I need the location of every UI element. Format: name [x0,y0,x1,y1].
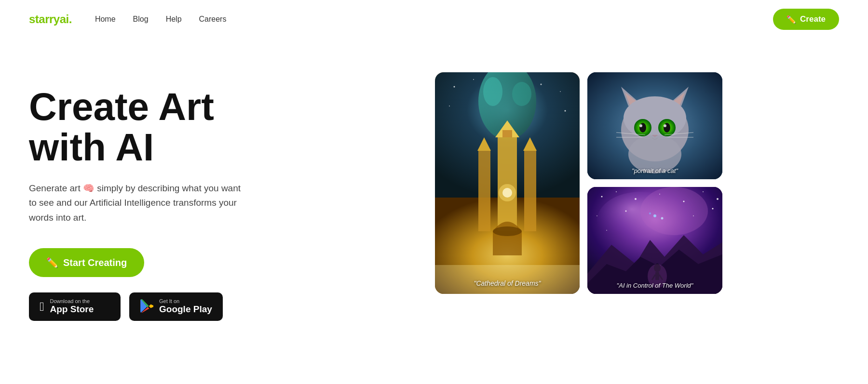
nav-item-help[interactable]: Help [166,15,182,24]
svg-point-33 [639,124,642,127]
nav-link-careers[interactable]: Careers [199,15,227,23]
image-stack: "portrait of a cat" [587,72,722,294]
create-pencil-icon: ✏️ [787,15,796,24]
svg-point-14 [502,188,512,198]
left-side: Create Art with AI Generate art 🧠 simply… [29,67,280,321]
apple-icon:  [40,299,44,314]
brain-emoji: 🧠 [83,183,95,193]
svg-point-56 [653,214,656,217]
google-play-button[interactable]: Get It on Google Play [129,292,223,321]
cat-label: "portrait of a cat" [587,167,722,174]
create-button-label: Create [800,14,826,24]
svg-rect-7 [502,130,512,137]
app-store-button[interactable]:  Download on the App Store [29,292,121,321]
svg-point-57 [649,212,651,214]
app-store-big-label: App Store [50,304,94,315]
google-play-text: Get It on Google Play [159,298,212,315]
svg-point-28 [624,96,686,140]
app-store-text: Download on the App Store [50,298,94,315]
svg-rect-5 [498,135,517,231]
start-creating-button[interactable]: ✏️ Start Creating [29,248,144,277]
cat-image: "portrait of a cat" [587,72,722,179]
logo-dot: . [69,13,72,26]
svg-point-34 [664,124,666,127]
galaxy-bg [587,187,722,294]
app-store-small-label: Download on the [50,298,90,304]
logo-text: starryai [29,13,69,26]
svg-point-50 [717,198,719,200]
galaxy-label: "AI in Control of The World" [587,282,722,289]
nav-item-careers[interactable]: Careers [199,15,227,24]
cathedral-label: "Cathedral of Dreams" [435,279,580,287]
svg-rect-10 [524,149,536,231]
svg-point-20 [449,106,450,106]
svg-point-16 [454,86,455,88]
svg-point-51 [597,215,597,216]
svg-point-17 [473,79,474,80]
main-content: Create Art with AI Generate art 🧠 simply… [0,39,868,340]
svg-point-18 [541,84,542,85]
google-play-icon [140,299,153,314]
hero-title: Create Art with AI [29,87,280,168]
nav-item-home[interactable]: Home [95,15,116,24]
svg-point-44 [601,196,603,198]
nav-links: Home Blog Help Careers [95,15,227,24]
svg-point-43 [640,187,708,235]
cat-bg [587,72,722,179]
nav-link-help[interactable]: Help [166,15,182,23]
svg-point-45 [616,191,617,192]
logo[interactable]: starryai. [29,13,72,26]
svg-point-53 [693,215,694,216]
svg-point-21 [565,110,566,112]
galaxy-image: "AI in Control of The World" [587,187,722,294]
hero-subtitle: Generate art 🧠 simply by describing what… [29,181,251,225]
store-buttons:  Download on the App Store Get It on [29,292,280,321]
svg-point-3 [483,77,502,106]
svg-point-19 [560,91,561,92]
create-button[interactable]: ✏️ Create [773,9,839,30]
nav-link-blog[interactable]: Blog [133,15,149,23]
subtitle-before: Generate art [29,183,81,193]
svg-point-49 [703,191,704,192]
navbar-left: starryai. Home Blog Help Careers [29,13,226,26]
svg-point-32 [664,123,670,132]
svg-point-48 [683,201,685,202]
image-grid: "Cathedral of Dreams" [435,72,722,294]
nav-item-blog[interactable]: Blog [133,15,149,24]
svg-rect-8 [478,149,490,231]
navbar: starryai. Home Blog Help Careers ✏️ Crea… [0,0,868,39]
svg-point-46 [635,198,637,200]
svg-point-54 [712,208,714,210]
svg-point-31 [639,123,646,132]
start-creating-label: Start Creating [63,257,127,268]
svg-point-12 [493,226,522,236]
svg-point-52 [625,211,627,212]
svg-point-58 [661,217,664,220]
svg-point-4 [512,82,531,106]
right-side: "Cathedral of Dreams" [318,67,839,294]
google-play-small-label: Get It on [159,298,179,304]
google-play-big-label: Google Play [159,304,212,315]
start-creating-icon: ✏️ [46,257,58,268]
cathedral-image: "Cathedral of Dreams" [435,72,580,294]
nav-link-home[interactable]: Home [95,15,116,23]
svg-point-47 [659,194,660,195]
svg-point-55 [606,230,607,231]
